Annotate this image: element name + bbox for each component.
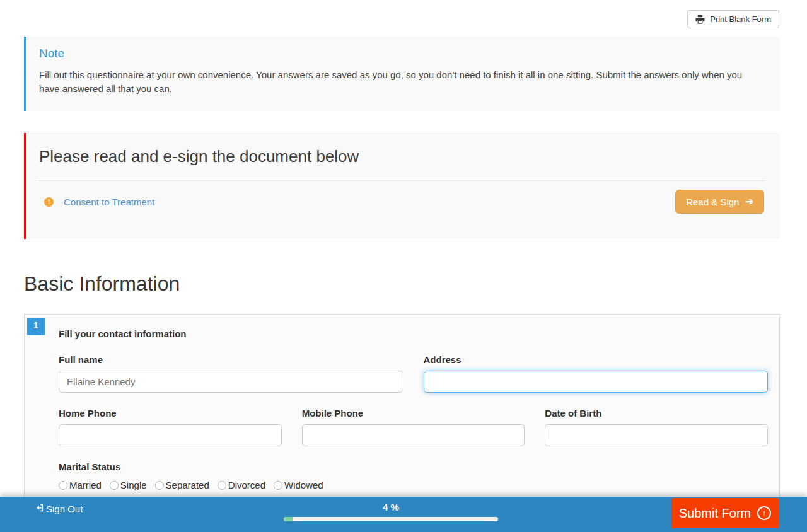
radio-option-divorced[interactable]: Divorced [218,480,265,490]
step-number-badge: 1 [27,318,45,335]
page-title: Basic Information [24,272,780,296]
progress-percent-text: 4 % [284,502,498,512]
radio-option-married[interactable]: Married [59,480,102,490]
marital-status-label: Marital Status [59,461,768,472]
radio-button-icon[interactable] [274,481,282,490]
full-name-input[interactable] [59,371,404,393]
radio-label: Widowed [284,480,323,490]
read-and-sign-label: Read & Sign [686,197,739,207]
progress-fill [284,517,293,521]
address-field-group: Address [424,354,769,393]
marital-status-options: Married Single Separated Divorced Widowe… [59,480,768,490]
mobile-phone-field-group: Mobile Phone [302,408,525,446]
circle-arrow-up-icon: ↑ [757,506,771,520]
address-label: Address [424,354,769,365]
top-toolbar: Print Blank Form [24,0,780,29]
note-title: Note [39,47,767,61]
radio-option-single[interactable]: Single [110,480,147,490]
step-label: Fill your contact information [59,328,768,339]
marital-status-group: Marital Status Married Single Separated … [59,461,768,490]
consent-document-row: ! Consent to Treatment Read & Sign ➔ [39,190,766,214]
warning-icon: ! [44,197,54,207]
progress-bar-track [284,517,498,521]
note-panel: Note Fill out this questionnaire at your… [24,37,780,111]
note-body: Fill out this questionnaire at your own … [39,68,764,96]
radio-label: Separated [166,480,209,490]
consent-to-treatment-link[interactable]: Consent to Treatment [64,197,154,207]
read-and-sign-button[interactable]: Read & Sign ➔ [675,190,764,214]
sign-out-icon [35,503,44,514]
arrow-right-icon: ➔ [745,196,753,207]
form-row-2: Home Phone Mobile Phone Date of Birth [59,408,768,446]
full-name-field-group: Full name [59,354,404,393]
radio-option-separated[interactable]: Separated [155,480,209,490]
esign-divider [39,180,766,181]
radio-label: Married [69,480,102,490]
print-blank-form-label: Print Blank Form [710,14,771,24]
address-input[interactable] [424,371,769,393]
bottom-action-bar: Sign Out 4 % Submit Form ↑ [0,497,807,532]
printer-icon [695,14,705,24]
radio-button-icon[interactable] [155,481,164,490]
radio-button-icon[interactable] [218,481,226,490]
radio-option-widowed[interactable]: Widowed [274,480,323,490]
date-of-birth-input[interactable] [545,424,768,446]
esign-title: Please read and e-sign the document belo… [39,147,766,166]
full-name-label: Full name [59,354,404,365]
page-content: Print Blank Form Note Fill out this ques… [24,0,780,532]
form-row-1: Full name Address [59,354,768,393]
progress-indicator: 4 % [284,502,498,521]
home-phone-input[interactable] [59,424,282,446]
print-blank-form-button[interactable]: Print Blank Form [687,10,779,28]
sign-out-label: Sign Out [46,504,83,514]
radio-button-icon[interactable] [59,481,67,490]
date-of-birth-label: Date of Birth [545,408,768,419]
radio-label: Divorced [228,480,265,490]
home-phone-label: Home Phone [59,408,282,419]
esign-panel: Please read and e-sign the document belo… [24,133,780,239]
mobile-phone-input[interactable] [302,424,525,446]
radio-label: Single [120,480,147,490]
submit-form-label: Submit Form [679,506,751,521]
submit-form-button[interactable]: Submit Form ↑ [671,498,779,528]
mobile-phone-label: Mobile Phone [302,408,525,419]
home-phone-field-group: Home Phone [59,408,282,446]
date-of-birth-field-group: Date of Birth [545,408,768,446]
radio-button-icon[interactable] [110,481,119,490]
sign-out-button[interactable]: Sign Out [35,503,83,514]
